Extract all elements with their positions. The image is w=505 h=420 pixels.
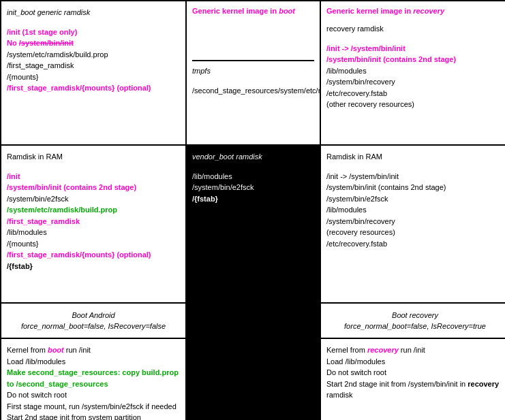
vendor-boot-fstab: /{fstab}: [192, 193, 314, 205]
kernel-boot-load-modules: Load /lib/modules: [7, 356, 180, 368]
kernel-recovery-run-cell: Kernel from recovery run /init Load /lib…: [321, 339, 505, 420]
vendor-boot-lib-modules: /lib/modules: [192, 171, 314, 182]
vendor-boot-e2fsck: /system/bin/e2fsck: [192, 182, 314, 193]
vendor-boot-header: vendor_boot ramdisk: [192, 151, 314, 163]
kernel-boot-run-cell: Kernel from boot run /init Load /lib/mod…: [1, 339, 185, 420]
recovery-other-resources: (other recovery resources): [326, 99, 504, 110]
ramdisk-ram-left-cell: Ramdisk in RAM /init /system/bin/init (c…: [1, 146, 185, 302]
rr-e2fsck: /system/bin/e2fsck: [326, 193, 504, 205]
kernel-recovery-load-modules: Load /lib/modules: [326, 356, 504, 368]
kernel-boot-no-switch: Do not switch root: [7, 389, 180, 401]
boot-recovery-label-cell: Boot recovery force_normal_boot=false, I…: [321, 304, 505, 338]
kernel-boot-run-title: Kernel from boot run /init: [7, 344, 180, 356]
tmpfs-area: tmpfs /second_stage_resources/system/etc…: [192, 65, 314, 139]
rr-recovery: /system/bin/recovery: [326, 216, 504, 227]
main-grid: init_boot generic ramdisk /init (1st sta…: [0, 0, 505, 420]
recovery-ramdisk-label: recovery ramdisk: [326, 23, 504, 35]
ramdisk-ram-right-cell: Ramdisk in RAM /init -> /system/bin/init…: [321, 146, 505, 302]
boot-recovery-label: Boot recovery force_normal_boot=false, I…: [344, 310, 486, 332]
init-line-3: /system/etc/ramdisk/build.prop: [7, 49, 180, 61]
rr-init: /init -> /system/bin/init: [326, 171, 504, 182]
ramdisk-ram-left-header: Ramdisk in RAM: [7, 151, 180, 163]
ram-init: /init: [7, 171, 180, 182]
recovery-init-1: /init -> /system/bin/init: [326, 43, 504, 54]
init-boot-header: init_boot generic ramdisk: [7, 7, 180, 18]
kernel-boot-2nd-stage: Start 2nd stage init from system partiti…: [7, 412, 180, 420]
init-line-2: No /system/bin/init: [7, 37, 180, 49]
ram-mounts: /{mounts}: [7, 238, 180, 250]
init-line-6: /first_stage_ramdisk/{mounts} (optional): [7, 82, 180, 94]
init-line-5: /{mounts}: [7, 71, 180, 83]
boot-android-label: Boot Android force_normal_boot=false, Is…: [21, 310, 166, 332]
tmpfs-path: /second_stage_resources/system/etc/ramdi…: [192, 85, 314, 97]
tmpfs-label: tmpfs: [192, 65, 314, 77]
generic-kernel-boot-header-area: Generic kernel image in boot: [192, 7, 314, 61]
generic-kernel-recovery-cell: Generic kernel image in recovery recover…: [321, 1, 505, 144]
ram-sysbin-init: /system/bin/init (contains 2nd stage): [7, 182, 180, 193]
ram-build-prop: /system/etc/ramdisk/build.prop: [7, 204, 180, 216]
rr-recovery-fstab: /etc/recovery.fstab: [326, 238, 504, 250]
kernel-recovery-run-title: Kernel from recovery run /init: [326, 344, 504, 356]
boot-mid-spacer: [187, 304, 320, 338]
ram-e2fsck: /system/bin/e2fsck: [7, 193, 180, 205]
init-line-1: /init (1st stage only): [7, 27, 180, 38]
bottom-mid-spacer: [187, 339, 320, 420]
generic-kernel-boot-title: Generic kernel image in boot: [192, 7, 295, 15]
boot-android-label-cell: Boot Android force_normal_boot=false, Is…: [1, 304, 185, 338]
recovery-system-bin: /system/bin/recovery: [326, 76, 504, 88]
kernel-boot-make-resources: Make second_stage_resources: copy build.…: [7, 367, 180, 389]
generic-kernel-recovery-title: Generic kernel image in recovery: [326, 7, 444, 15]
recovery-fstab: /etc/recovery.fstab: [326, 88, 504, 99]
vendor-boot-ramdisk-cell: vendor_boot ramdisk /lib/modules /system…: [187, 146, 320, 302]
ram-first-stage: /first_stage_ramdisk: [7, 216, 180, 227]
ramdisk-ram-right-header: Ramdisk in RAM: [326, 151, 504, 163]
kernel-boot-first-stage: First stage mount, run /system/bin/e2fsc…: [7, 401, 180, 413]
ram-fstab: /{fstab}: [7, 261, 180, 272]
kernel-recovery-2nd-stage: Start 2nd stage init from /system/bin/in…: [326, 378, 504, 401]
ram-first-stage-mounts: /first_stage_ramdisk/{mounts} (optional): [7, 249, 180, 261]
init-line-4: /first_stage_ramdisk: [7, 60, 180, 71]
init-boot-ramdisk-cell: init_boot generic ramdisk /init (1st sta…: [1, 1, 185, 144]
ram-lib-modules: /lib/modules: [7, 227, 180, 238]
recovery-lib-modules: /lib/modules: [326, 65, 504, 77]
rr-lib-modules: /lib/modules: [326, 204, 504, 216]
rr-recovery-resources: (recovery resources): [326, 227, 504, 238]
kernel-recovery-no-switch: Do not switch root: [326, 367, 504, 378]
generic-kernel-boot-cell: Generic kernel image in boot tmpfs /seco…: [187, 1, 320, 144]
recovery-init-2: /system/bin/init (contains 2nd stage): [326, 54, 504, 65]
rr-sysbin-init: /system/bin/init (contains 2nd stage): [326, 182, 504, 193]
